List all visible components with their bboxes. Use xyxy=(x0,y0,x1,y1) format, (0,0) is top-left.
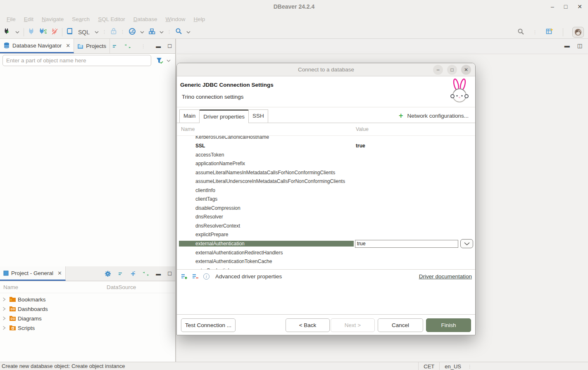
property-row-explicitPrepare[interactable]: explicitPrepare xyxy=(177,230,475,240)
dialog-maximize-icon[interactable]: □ xyxy=(447,65,457,75)
cancel-button[interactable]: Cancel xyxy=(378,318,423,332)
expand-chevron-icon[interactable] xyxy=(2,325,7,331)
link-with-editor-icon[interactable] xyxy=(124,44,131,49)
beaver-avatar-icon[interactable] xyxy=(572,27,584,38)
driver-manager-dropdown-icon[interactable] xyxy=(159,30,164,34)
property-value-dropdown-icon[interactable] xyxy=(460,239,473,248)
disconnect-icon[interactable] xyxy=(51,28,58,36)
locale-indicator[interactable]: en_US xyxy=(439,362,466,370)
maximize-panel-icon[interactable]: ☐ xyxy=(167,43,172,49)
column-header-name[interactable]: Name xyxy=(0,284,107,290)
tab-database-navigator[interactable]: Database Navigator ✕ xyxy=(0,39,74,53)
expand-chevron-icon[interactable] xyxy=(2,306,7,312)
menu-item-navigate[interactable]: Navigate xyxy=(38,14,68,24)
back-button[interactable]: < Back xyxy=(286,318,330,332)
test-connection-button[interactable]: Test Connection ... xyxy=(181,318,236,332)
property-row-assumeLiteralNamesInMetadataCallsForNonConformingClients[interactable]: assumeLiteralNamesInMetadataCallsForNonC… xyxy=(177,168,475,177)
dialog-tab-main[interactable]: Main xyxy=(179,109,200,123)
reconnect-icon[interactable] xyxy=(39,28,47,36)
property-row-externalAuthenticationRedirectHandlers[interactable]: externalAuthenticationRedirectHandlers xyxy=(177,248,475,257)
minimize-panel-icon[interactable]: ▬ xyxy=(156,43,161,49)
dialog-close-icon[interactable]: ✕ xyxy=(461,65,471,75)
window-close-icon[interactable]: ✕ xyxy=(577,3,582,10)
add-property-icon[interactable] xyxy=(181,273,188,280)
window-maximize-icon[interactable]: □ xyxy=(564,3,567,10)
menu-item-sql-editor[interactable]: SQL Editor xyxy=(94,14,129,24)
sql-editor-icon[interactable] xyxy=(67,28,73,37)
dashboard-icon[interactable] xyxy=(129,28,136,37)
filter-dropdown-icon[interactable] xyxy=(167,59,171,63)
tab-close-icon[interactable]: ✕ xyxy=(57,270,62,276)
tree-item-diagrams[interactable]: Diagrams xyxy=(0,314,175,323)
filter-icon[interactable] xyxy=(156,57,163,64)
property-row-clientTags[interactable]: clientTags xyxy=(177,195,475,204)
dashboard-dropdown-icon[interactable] xyxy=(140,30,144,34)
network-configurations-button[interactable]: + Network configurations... xyxy=(399,112,469,119)
dialog-titlebar[interactable]: Connect to a database – □ ✕ xyxy=(177,63,475,76)
column-header-name[interactable]: Name xyxy=(181,126,195,132)
dialog-minimize-icon[interactable]: – xyxy=(433,65,443,75)
search-dropdown-icon[interactable] xyxy=(186,30,190,34)
search-icon[interactable] xyxy=(175,28,182,36)
property-row-dnsResolverContext[interactable]: dnsResolverContext xyxy=(177,221,475,230)
link-with-editor-icon[interactable] xyxy=(143,271,149,276)
sql-dropdown-label[interactable]: SQL xyxy=(78,29,90,36)
dialog-tab-ssh[interactable]: SSH xyxy=(248,109,268,123)
connect-icon[interactable] xyxy=(28,28,35,36)
project-tabbar: Project - General ✕ ▬ ☐ xyxy=(0,266,175,281)
minimize-editor-icon[interactable]: ▬ xyxy=(564,43,570,49)
dialog-tab-driver-properties[interactable]: Driver properties xyxy=(199,109,249,123)
menu-item-file[interactable]: File xyxy=(2,14,20,24)
expand-chevron-icon[interactable] xyxy=(2,296,7,303)
finish-button[interactable]: Finish xyxy=(426,318,471,332)
new-connection-icon[interactable] xyxy=(3,28,11,37)
property-row-accessToken[interactable]: accessToken xyxy=(177,150,475,159)
property-row-disableCompression[interactable]: disableCompression xyxy=(177,204,475,213)
property-row-clientInfo[interactable]: clientInfo xyxy=(177,186,475,195)
remove-property-icon[interactable] xyxy=(192,273,199,280)
navigator-tree-area[interactable] xyxy=(0,67,175,266)
collapse-all-icon[interactable] xyxy=(112,44,118,49)
menu-item-search[interactable]: Search xyxy=(68,14,94,24)
next-button[interactable]: Next > xyxy=(331,318,375,332)
property-row-SSL[interactable]: SSLtrue xyxy=(177,142,475,151)
property-value-input[interactable] xyxy=(355,240,458,248)
property-row-assumeLiteralUnderscoreInMetadataCallsForNonConformingClients[interactable]: assumeLiteralUnderscoreInMetadataCallsFo… xyxy=(177,177,475,186)
settings-gear-icon[interactable] xyxy=(105,270,111,277)
collapse-all-icon[interactable] xyxy=(118,271,124,276)
new-connection-dropdown-icon[interactable] xyxy=(15,30,19,34)
tree-item-scripts[interactable]: Scripts xyxy=(0,323,175,333)
menu-item-database[interactable]: Database xyxy=(129,14,162,24)
tab-close-icon[interactable]: ✕ xyxy=(66,43,70,49)
view-menu-icon[interactable]: ⋮ xyxy=(141,44,146,49)
global-search-icon[interactable] xyxy=(517,28,524,37)
property-row-externalAuthenticationTokenCache[interactable]: externalAuthenticationTokenCache xyxy=(177,257,475,266)
driver-manager-icon[interactable] xyxy=(148,28,155,36)
property-row-applicationNamePrefix[interactable]: applicationNamePrefix xyxy=(177,159,475,168)
column-header-value[interactable]: Value xyxy=(356,126,369,132)
driver-documentation-link[interactable]: Driver documentation xyxy=(419,273,472,280)
column-header-datasource[interactable]: DataSource xyxy=(107,284,136,290)
sql-dropdown-icon[interactable] xyxy=(95,30,99,34)
property-row-extraCredentials[interactable]: extraCredentials xyxy=(177,266,475,269)
tree-item-dashboards[interactable]: Dashboards xyxy=(0,304,175,314)
property-row-externalAuthentication[interactable]: externalAuthentication xyxy=(177,239,475,248)
tab-project-general[interactable]: Project - General ✕ xyxy=(0,266,66,281)
menu-item-window[interactable]: Window xyxy=(161,14,189,24)
property-row-dnsResolver[interactable]: dnsResolver xyxy=(177,213,475,222)
maximize-panel-icon[interactable]: ☐ xyxy=(167,271,172,277)
minimize-panel-icon[interactable]: ▬ xyxy=(156,271,161,277)
expand-chevron-icon[interactable] xyxy=(2,315,7,322)
property-row-KerberosUseCanonicalHostname[interactable]: KerberosUseCanonicalHostname xyxy=(177,136,475,142)
window-minimize-icon[interactable]: – xyxy=(551,3,554,10)
commit-mode-lock-icon[interactable] xyxy=(110,28,117,36)
tree-item-bookmarks[interactable]: Bookmarks xyxy=(0,295,175,304)
maximize-editor-icon[interactable]: ◫ xyxy=(577,43,582,49)
menu-item-edit[interactable]: Edit xyxy=(20,14,38,24)
menu-item-help[interactable]: Help xyxy=(190,14,209,24)
new-window-layout-icon[interactable] xyxy=(546,28,554,37)
tab-projects[interactable]: Projects xyxy=(74,39,110,53)
expand-all-icon[interactable] xyxy=(130,271,136,277)
timezone-indicator[interactable]: CET xyxy=(418,362,439,370)
object-filter-input[interactable] xyxy=(2,55,151,66)
